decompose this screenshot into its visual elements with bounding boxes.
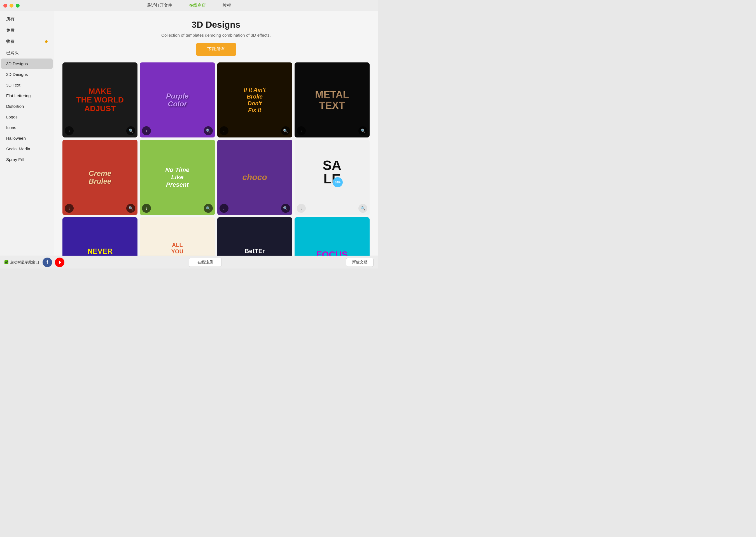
facebook-icon[interactable]: f <box>43 258 52 267</box>
template-card-better[interactable]: BetTEratEA ↓ 🔍 <box>217 217 292 256</box>
maximize-button[interactable] <box>16 4 20 8</box>
card-actions: ↓ 🔍 <box>142 204 213 213</box>
download-button[interactable]: ↓ <box>65 204 74 213</box>
template-card-focus[interactable]: FoCuS ↓ 🔍 <box>295 217 370 256</box>
card-preview: NEVERGIVE UP <box>63 217 138 256</box>
preview-button[interactable]: 🔍 <box>204 204 213 213</box>
nav-tutorials[interactable]: 教程 <box>223 3 231 8</box>
sidebar: 所有 免费 收费 已购买 3D Designs 2D Designs 3D Te… <box>0 11 54 256</box>
template-card-sale[interactable]: SALE 50% ↓ 🔍 <box>295 140 370 215</box>
preview-button[interactable]: 🔍 <box>204 126 213 135</box>
register-button[interactable]: 在线注册 <box>189 258 222 267</box>
sidebar-item-flat-lettering[interactable]: Flat Lettering <box>1 90 53 101</box>
template-card-purple[interactable]: PurpleColor ↓ 🔍 <box>140 62 215 138</box>
svg-marker-0 <box>59 261 61 264</box>
download-button[interactable]: ↓ <box>220 126 229 135</box>
sidebar-item-spray-fill[interactable]: Spray Fill <box>1 154 53 165</box>
social-icons: f <box>43 258 64 267</box>
sidebar-item-icons[interactable]: Icons <box>1 122 53 133</box>
window-controls <box>3 4 20 8</box>
download-button[interactable]: ↓ <box>220 204 229 213</box>
titlebar-nav: 最近打开文件 在线商店 教程 <box>147 3 231 8</box>
preview-button[interactable]: 🔍 <box>126 126 135 135</box>
new-document-button[interactable]: 新建文档 <box>346 258 373 267</box>
page-subtitle: Collection of templates demoing combinat… <box>63 33 370 37</box>
template-card-creme-brulee[interactable]: CremeBrulee ↓ 🔍 <box>63 140 138 215</box>
card-actions: ↓ 🔍 <box>65 126 135 135</box>
template-grid: MAKEthe WORLDADJUST ↓ 🔍 PurpleColor ↓ 🔍 <box>63 62 370 256</box>
sidebar-item-paid[interactable]: 收费 <box>1 36 53 47</box>
preview-button[interactable]: 🔍 <box>358 204 367 213</box>
startup-checkbox[interactable] <box>5 260 8 264</box>
template-card-no-time[interactable]: No TimeLikePresent ↓ 🔍 <box>140 140 215 215</box>
download-button[interactable]: ↓ <box>297 126 306 135</box>
template-card-never-give-up[interactable]: NEVERGIVE UP ↓ 🔍 <box>63 217 138 256</box>
template-card-love[interactable]: ALLYOUNEEDLOVE ↓ 🔍 <box>140 217 215 256</box>
card-actions: ↓ 🔍 <box>220 204 290 213</box>
card-actions: ↓ 🔍 <box>220 126 290 135</box>
sidebar-item-purchased[interactable]: 已购买 <box>1 47 53 58</box>
card-actions: ↓ 🔍 <box>297 126 367 135</box>
minimize-button[interactable] <box>10 4 14 8</box>
preview-button[interactable]: 🔍 <box>281 204 290 213</box>
sidebar-item-halloween[interactable]: Halloween <box>1 133 53 144</box>
card-preview: ALLYOUNEEDLOVE <box>140 217 215 256</box>
page-title: 3D Designs <box>63 20 370 30</box>
download-button[interactable]: ↓ <box>142 204 151 213</box>
titlebar: 最近打开文件 在线商店 教程 <box>0 0 378 11</box>
sidebar-item-3d-designs[interactable]: 3D Designs <box>1 59 53 69</box>
content-area: 3D Designs Collection of templates demoi… <box>54 11 378 256</box>
nav-recent[interactable]: 最近打开文件 <box>147 3 172 8</box>
nav-store[interactable]: 在线商店 <box>189 3 206 8</box>
card-actions: ↓ 🔍 <box>142 126 213 135</box>
template-card-choco[interactable]: choco ↓ 🔍 <box>217 140 292 215</box>
startup-checkbox-label[interactable]: 启动时显示此窗口 <box>5 260 39 265</box>
sidebar-item-logos[interactable]: Logos <box>1 112 53 122</box>
download-button[interactable]: ↓ <box>297 204 306 213</box>
card-actions: ↓ 🔍 <box>297 204 367 213</box>
sidebar-item-2d-designs[interactable]: 2D Designs <box>1 69 53 79</box>
paid-badge <box>45 40 48 43</box>
main-layout: 所有 免费 收费 已购买 3D Designs 2D Designs 3D Te… <box>0 11 378 256</box>
download-button[interactable]: ↓ <box>142 126 151 135</box>
close-button[interactable] <box>3 4 7 8</box>
page-header: 3D Designs Collection of templates demoi… <box>63 20 370 56</box>
card-preview: BetTEratEA <box>217 217 292 256</box>
footer: 启动时显示此窗口 f 在线注册 新建文档 <box>0 256 378 268</box>
sidebar-item-free[interactable]: 免费 <box>1 25 53 36</box>
footer-center: 在线注册 <box>64 258 346 267</box>
youtube-icon[interactable] <box>55 258 64 267</box>
preview-button[interactable]: 🔍 <box>126 204 135 213</box>
download-button[interactable]: ↓ <box>65 126 74 135</box>
template-card-dont-fix[interactable]: If It Ain'tBrokeDon'tFix It ↓ 🔍 <box>217 62 292 138</box>
template-card-make-world[interactable]: MAKEthe WORLDADJUST ↓ 🔍 <box>63 62 138 138</box>
sidebar-item-3d-text[interactable]: 3D Text <box>1 80 53 90</box>
sidebar-item-social-media[interactable]: Social Media <box>1 144 53 154</box>
template-card-metal-text[interactable]: METALTEXT ↓ 🔍 <box>295 62 370 138</box>
sidebar-item-distortion[interactable]: Distortion <box>1 101 53 111</box>
download-all-button[interactable]: 下载所有 <box>196 43 236 56</box>
card-preview: FoCuS <box>295 217 370 256</box>
preview-button[interactable]: 🔍 <box>281 126 290 135</box>
card-actions: ↓ 🔍 <box>65 204 135 213</box>
preview-button[interactable]: 🔍 <box>358 126 367 135</box>
footer-left: 启动时显示此窗口 f <box>5 258 64 267</box>
sidebar-item-all[interactable]: 所有 <box>1 14 53 25</box>
